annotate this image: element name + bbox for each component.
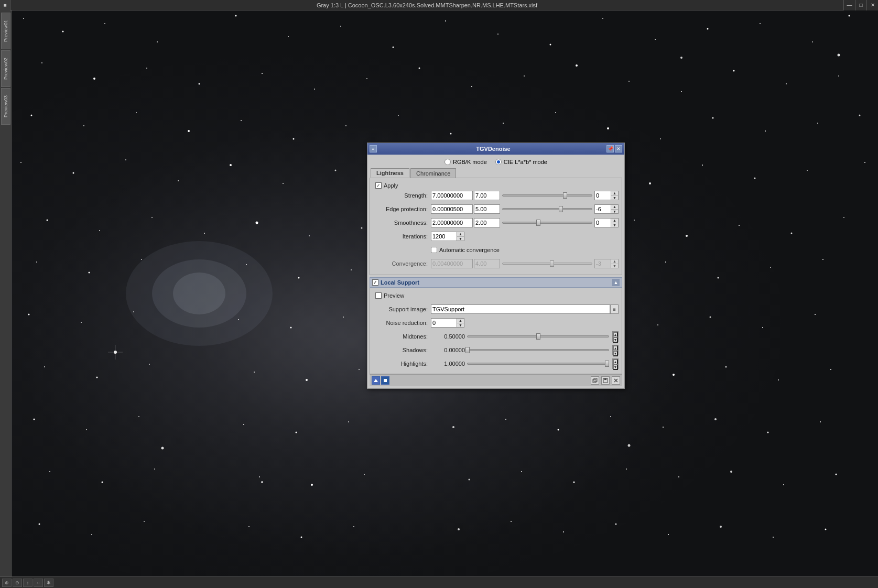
convergence-slider-thumb[interactable]	[550, 260, 554, 267]
sidebar-item-preview03[interactable]: Preview03	[1, 88, 10, 125]
auto-convergence-label[interactable]: Automatic convergence	[431, 247, 500, 253]
highlights-slider-thumb[interactable]	[605, 361, 609, 367]
highlights-right-spinner[interactable]: ▲ ▼	[612, 358, 619, 369]
smoothness-spinner[interactable]: ▲ ▼	[611, 218, 619, 227]
rgb-k-radio[interactable]	[445, 159, 451, 165]
preview-label[interactable]: Preview	[375, 292, 404, 299]
iterations-input[interactable]	[431, 232, 457, 241]
edge-protection-up[interactable]: ▲	[611, 205, 618, 210]
browse-button[interactable]: ≡	[610, 304, 619, 314]
smoothness-slider-thumb[interactable]	[536, 220, 540, 226]
maximize-button[interactable]: □	[855, 0, 866, 10]
midtones-slider-track[interactable]	[467, 335, 609, 337]
sidebar-item-preview02[interactable]: Preview02	[1, 50, 10, 87]
edge-protection-slider-container[interactable]	[502, 204, 592, 214]
edge-protection-slider-thumb[interactable]	[559, 206, 563, 212]
strength-up[interactable]: ▲	[611, 191, 618, 196]
convergence-slider-track[interactable]	[502, 263, 592, 265]
apply-label[interactable]: ✓ Apply	[375, 182, 398, 189]
cie-mode-label[interactable]: CIE L*a*b* mode	[495, 159, 547, 165]
tool-btn-3[interactable]: ↕	[23, 579, 32, 587]
noise-reduction-input[interactable]	[431, 318, 457, 328]
copy-icon-btn[interactable]	[591, 376, 599, 385]
smoothness-value-short[interactable]	[474, 218, 500, 227]
dialog-close-button[interactable]: ✕	[615, 145, 622, 153]
highlights-slider-container[interactable]	[467, 359, 609, 368]
highlights-slider-track[interactable]	[467, 363, 609, 365]
dialog-title-controls[interactable]: 📌 ✕	[606, 145, 622, 153]
tool-btn-4[interactable]: ↔	[34, 579, 43, 587]
noise-reduction-down[interactable]: ▼	[457, 323, 464, 328]
tab-chrominance[interactable]: Chrominance	[410, 168, 456, 178]
iterations-spinner-group[interactable]: ▲ ▼	[431, 232, 464, 241]
close-button[interactable]: ✕	[866, 0, 878, 10]
smoothness-value-full[interactable]	[431, 218, 473, 227]
support-image-input[interactable]	[431, 304, 610, 314]
shadows-right-spinner[interactable]: ▲ ▼	[612, 345, 619, 355]
dialog-pin-button[interactable]: 📌	[606, 145, 614, 153]
strength-spinner[interactable]: ▲ ▼	[611, 191, 619, 200]
action-close-icon-btn[interactable]	[612, 376, 620, 385]
shadows-slider-container[interactable]	[467, 345, 609, 355]
square-icon-btn[interactable]	[381, 376, 389, 385]
strength-value-short[interactable]	[474, 191, 500, 200]
convergence-spinner[interactable]: ▲ ▼	[611, 259, 619, 268]
strength-spinner-val[interactable]	[594, 191, 611, 200]
strength-slider-container[interactable]	[502, 191, 592, 200]
shadows-slider-thumb[interactable]	[465, 347, 470, 353]
cie-radio[interactable]	[495, 159, 502, 165]
edge-protection-spinner-val[interactable]	[594, 204, 611, 214]
local-support-header[interactable]: ✓ Local Support ▲	[370, 277, 622, 288]
highlights-up[interactable]: ▲	[613, 359, 618, 364]
smoothness-up[interactable]: ▲	[611, 219, 618, 223]
local-support-collapse-button[interactable]: ▲	[612, 279, 620, 286]
triangle-icon-btn[interactable]	[372, 376, 380, 385]
tab-lightness[interactable]: Lightness	[371, 168, 409, 178]
strength-slider-thumb[interactable]	[563, 192, 567, 199]
minimize-button[interactable]: —	[843, 0, 855, 10]
edge-protection-slider-track[interactable]	[502, 208, 592, 210]
tool-btn-1[interactable]: ⊕	[2, 579, 12, 587]
midtones-slider-thumb[interactable]	[536, 333, 540, 340]
midtones-right-spinner[interactable]: ▲ ▼	[612, 331, 619, 342]
noise-reduction-spinner[interactable]: ▲ ▼	[457, 318, 464, 328]
strength-value-full[interactable]	[431, 191, 473, 200]
edge-protection-spinner[interactable]: ▲ ▼	[611, 204, 619, 214]
midtones-slider-container[interactable]	[467, 332, 609, 341]
convergence-down[interactable]: ▼	[611, 264, 618, 268]
local-support-checkbox[interactable]: ✓	[372, 279, 378, 286]
iterations-down[interactable]: ▼	[457, 237, 464, 241]
tool-btn-5[interactable]: ✱	[44, 579, 53, 587]
convergence-up[interactable]: ▲	[611, 259, 618, 264]
shadows-slider-track[interactable]	[467, 349, 609, 351]
window-controls[interactable]: — □ ✕	[843, 0, 878, 10]
strength-down[interactable]: ▼	[611, 196, 618, 200]
convergence-value-full[interactable]	[431, 259, 473, 268]
auto-convergence-checkbox[interactable]	[431, 247, 437, 253]
tool-btn-2[interactable]: ⊖	[13, 579, 22, 587]
iterations-spinner[interactable]: ▲ ▼	[457, 232, 464, 241]
midtones-down[interactable]: ▼	[613, 337, 618, 343]
edge-protection-down[interactable]: ▼	[611, 210, 618, 214]
smoothness-slider-track[interactable]	[502, 222, 592, 224]
midtones-up[interactable]: ▲	[613, 332, 618, 337]
highlights-down[interactable]: ▼	[613, 364, 618, 370]
save-icon-btn[interactable]	[601, 376, 610, 385]
rgb-k-mode-label[interactable]: RGB/K mode	[445, 159, 487, 165]
edge-protection-value-short[interactable]	[474, 204, 500, 214]
shadows-down[interactable]: ▼	[613, 351, 618, 356]
convergence-slider-container[interactable]	[502, 259, 592, 268]
convergence-value-short[interactable]	[474, 259, 500, 268]
preview-checkbox[interactable]	[375, 292, 382, 299]
edge-protection-value-full[interactable]	[431, 204, 473, 214]
apply-checkbox[interactable]: ✓	[375, 182, 382, 189]
noise-reduction-up[interactable]: ▲	[457, 319, 464, 323]
iterations-up[interactable]: ▲	[457, 232, 464, 237]
convergence-spinner-val[interactable]	[594, 259, 611, 268]
smoothness-down[interactable]: ▼	[611, 223, 618, 227]
smoothness-slider-container[interactable]	[502, 218, 592, 227]
sidebar-item-preview01[interactable]: Preview01	[1, 13, 10, 49]
strength-slider-track[interactable]	[502, 194, 592, 197]
smoothness-spinner-val[interactable]	[594, 218, 611, 227]
shadows-up[interactable]: ▲	[613, 345, 618, 351]
